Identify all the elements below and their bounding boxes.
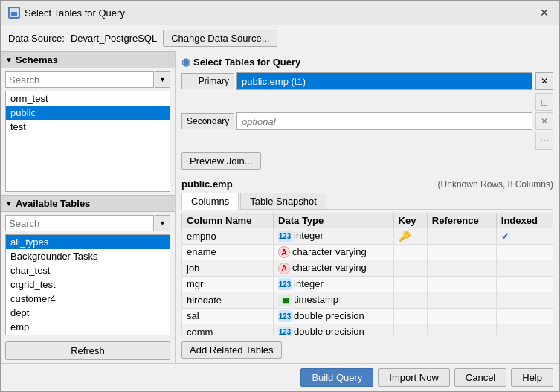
secondary-side-buttons: ◻ ✕ ⋯	[535, 93, 553, 150]
col-key	[393, 292, 427, 309]
change-datasource-button[interactable]: Change Data Source...	[163, 30, 277, 47]
col-key: 🔑	[393, 228, 427, 245]
col-indexed	[496, 324, 553, 336]
col-ref	[427, 260, 496, 277]
type-icon: 123	[278, 278, 292, 290]
select-tables-header: ◉ Select Tables for Query	[181, 56, 553, 68]
schema-item-public[interactable]: public	[6, 106, 170, 120]
col-header-name: Column Name	[182, 213, 274, 228]
table-item-dept[interactable]: dept	[6, 306, 170, 320]
preview-join-button[interactable]: Preview Join...	[181, 152, 261, 170]
help-button[interactable]: Help	[511, 368, 553, 387]
tables-list: all_types Backgrounder Tasks char_test c…	[5, 234, 170, 335]
tables-header-label: Available Tables	[16, 198, 90, 209]
schema-item-test[interactable]: test	[6, 120, 170, 134]
schema-item-orm_test[interactable]: orm_test	[6, 91, 170, 106]
check-icon: ✔	[501, 231, 509, 242]
tab-columns[interactable]: Columns	[181, 193, 239, 210]
col-ref	[427, 324, 496, 336]
table-name: public.emp	[181, 179, 233, 190]
secondary-input[interactable]	[236, 112, 532, 130]
import-now-button[interactable]: Import Now	[378, 368, 449, 387]
col-indexed	[496, 276, 553, 292]
col-header-reference: Reference	[427, 213, 496, 228]
tables-section-header: ▼ Available Tables	[1, 195, 175, 212]
preview-join-row: Preview Join...	[181, 152, 553, 174]
col-indexed: ✔	[496, 228, 553, 245]
datasource-label: Data Source:	[8, 33, 65, 44]
datasource-row: Data Source: Devart_PostgreSQL Change Da…	[1, 25, 559, 51]
columns-container: Column Name Data Type Key Reference Inde…	[181, 213, 553, 335]
right-panel: ◉ Select Tables for Query Primary ✕ Seco…	[176, 51, 559, 363]
tables-search-input[interactable]	[5, 215, 154, 231]
col-ref	[427, 244, 496, 260]
tabs-row: Columns Table Snapshot	[181, 193, 553, 210]
add-related-row: Add Related Tables	[181, 338, 553, 359]
type-icon: A	[278, 246, 290, 258]
primary-input[interactable]	[236, 72, 532, 90]
table-item-crgrid_test[interactable]: crgrid_test	[6, 277, 170, 292]
col-name: mgr	[182, 276, 274, 292]
col-indexed	[496, 292, 553, 309]
schemas-search-input[interactable]	[5, 71, 154, 88]
secondary-btn3: ⋯	[535, 132, 553, 150]
table-item-char_test[interactable]: char_test	[6, 263, 170, 277]
type-icon: A	[278, 263, 290, 274]
schemas-list: orm_test public test	[5, 91, 170, 192]
table-item-customer4[interactable]: customer4	[6, 292, 170, 306]
primary-selector-row: Primary ✕	[181, 72, 553, 90]
table-item-fe0053[interactable]: fe0053	[6, 334, 170, 335]
schemas-collapse-icon: ▼	[5, 56, 13, 64]
col-ref	[427, 308, 496, 324]
table-row: hiredate ▦timestamp	[182, 292, 553, 309]
col-type: Acharacter varying	[274, 260, 393, 277]
schemas-header-label: Schemas	[16, 54, 58, 65]
col-type: 123double precision	[274, 308, 393, 324]
build-query-button[interactable]: Build Query	[300, 368, 373, 387]
table-item-all_types[interactable]: all_types	[6, 235, 170, 249]
col-key	[393, 324, 427, 336]
table-info-row: public.emp (Unknown Rows, 8 Columns)	[181, 179, 553, 190]
col-type: Acharacter varying	[274, 244, 393, 260]
primary-clear-button[interactable]: ✕	[535, 72, 553, 90]
refresh-button[interactable]: Refresh	[5, 341, 170, 360]
table-item-backgrounder[interactable]: Backgrounder Tasks	[6, 249, 170, 263]
type-icon: 123	[278, 327, 292, 336]
secondary-label: Secondary	[181, 113, 234, 129]
schemas-search-row: ▼	[1, 68, 175, 91]
tab-snapshot[interactable]: Table Snapshot	[240, 193, 326, 209]
primary-side-buttons: ✕	[535, 72, 553, 90]
col-key	[393, 308, 427, 324]
table-row: comm 123double precision	[182, 324, 553, 336]
col-indexed	[496, 260, 553, 277]
type-icon: 123	[278, 310, 292, 322]
col-name: comm	[182, 324, 274, 336]
table-row: mgr 123integer	[182, 276, 553, 292]
col-name: sal	[182, 308, 274, 324]
schemas-section-header: ▼ Schemas	[1, 51, 175, 68]
col-type: 123integer	[274, 276, 393, 292]
col-header-datatype: Data Type	[274, 213, 393, 228]
add-related-button[interactable]: Add Related Tables	[181, 341, 282, 359]
col-key	[393, 276, 427, 292]
table-item-emp[interactable]: emp	[6, 320, 170, 334]
col-name: ename	[182, 244, 274, 260]
col-indexed	[496, 308, 553, 324]
tables-collapse-icon: ▼	[5, 199, 13, 208]
close-button[interactable]: ✕	[537, 5, 552, 20]
col-type: ▦timestamp	[274, 292, 393, 309]
col-ref	[427, 228, 496, 245]
secondary-btn1: ◻	[535, 93, 553, 111]
col-key	[393, 260, 427, 277]
left-panel: ▼ Schemas ▼ orm_test public test ▼ Avail…	[1, 51, 176, 363]
tables-search-dropdown[interactable]: ▼	[155, 215, 170, 231]
cancel-button[interactable]: Cancel	[454, 368, 506, 387]
columns-table: Column Name Data Type Key Reference Inde…	[181, 213, 553, 335]
select-tables-title: Select Tables for Query	[193, 57, 300, 68]
schemas-search-dropdown[interactable]: ▼	[155, 71, 170, 88]
table-meta: (Unknown Rows, 8 Columns)	[438, 179, 553, 190]
col-indexed	[496, 244, 553, 260]
secondary-selector-row: Secondary ◻ ✕ ⋯	[181, 93, 553, 150]
table-row: ename Acharacter varying	[182, 244, 553, 260]
titlebar: Select Tables for Query ✕	[1, 1, 559, 25]
